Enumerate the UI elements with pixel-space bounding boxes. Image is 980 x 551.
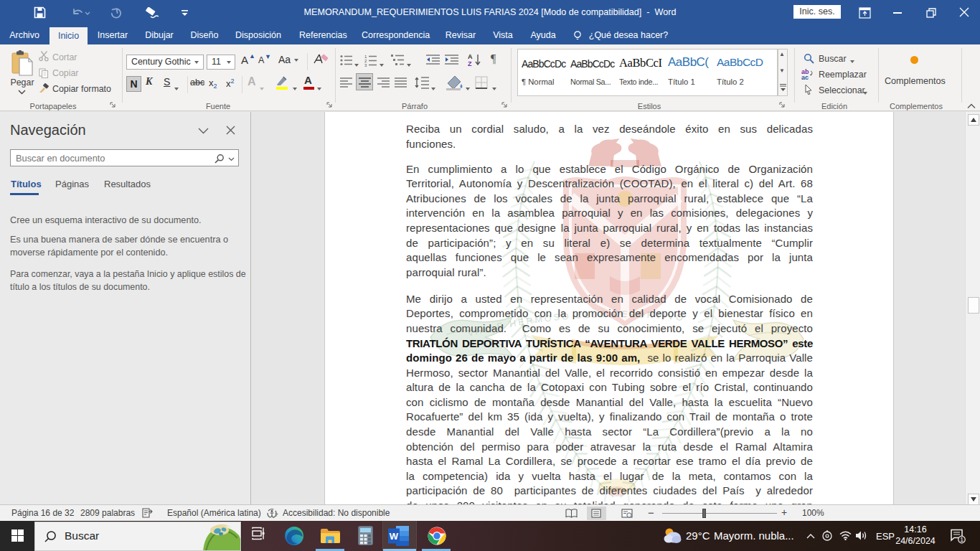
svg-text:1: 1 [960, 536, 963, 543]
svg-text:W: W [390, 531, 399, 542]
svg-text:Z: Z [468, 60, 472, 67]
svg-text:A: A [468, 53, 473, 60]
svg-text:ac: ac [801, 74, 809, 80]
svg-text:3: 3 [364, 63, 367, 67]
svg-text:?: ? [275, 512, 278, 518]
